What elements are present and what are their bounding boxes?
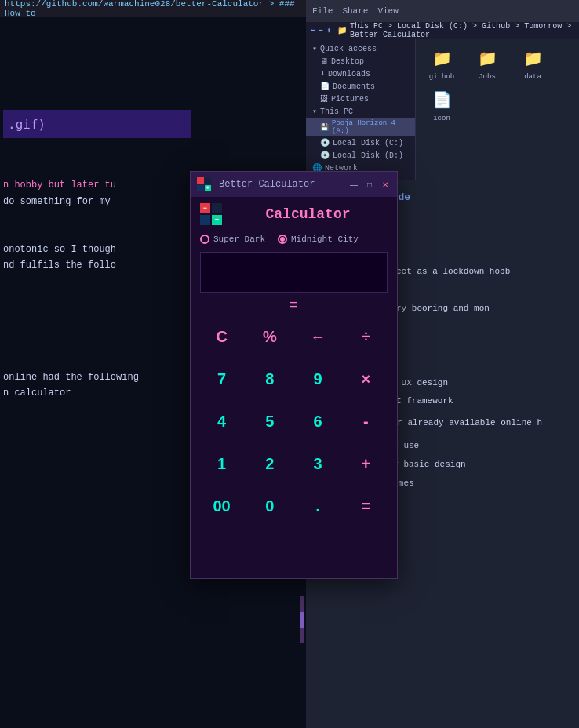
file-explorer: File Share View ⬅➡⬆ 📁 This PC > Local Di… bbox=[306, 0, 579, 180]
key-percent[interactable]: % bbox=[248, 318, 291, 355]
key-equals[interactable]: = bbox=[344, 487, 388, 525]
fe-address-bar: ⬅➡⬆ 📁 This PC > Local Disk (C:) > Github… bbox=[306, 22, 579, 39]
key-4[interactable]: 4 bbox=[200, 402, 243, 440]
key-add[interactable]: + bbox=[344, 445, 388, 482]
theme-selector: Super Dark Midnight City bbox=[191, 231, 397, 247]
logo-minus: − bbox=[200, 203, 210, 213]
fe-menu-file[interactable]: File bbox=[312, 6, 333, 16]
calculator-header: − + Calculator bbox=[191, 197, 397, 231]
fe-file-label: icon bbox=[433, 115, 450, 122]
key-1[interactable]: 1 bbox=[200, 445, 243, 482]
url-text: https://github.com/warmachine028/better-… bbox=[5, 0, 301, 18]
key-6[interactable]: 6 bbox=[297, 402, 340, 440]
minimize-button[interactable]: — bbox=[348, 179, 359, 190]
scroll-thumb bbox=[300, 612, 304, 628]
fe-sidebar-pictures[interactable]: 🖼Pictures bbox=[306, 93, 415, 105]
fe-folder-icon: 📁 bbox=[429, 46, 454, 71]
app-title: Calculator bbox=[228, 206, 388, 222]
radio-midnight-city[interactable] bbox=[278, 235, 287, 244]
equals-separator: = bbox=[191, 297, 397, 313]
fe-file-doc-icon: 📄 bbox=[429, 87, 454, 112]
key-3[interactable]: 3 bbox=[297, 445, 340, 482]
calculator-window: − + Better Calculator — □ ✕ − + Calculat… bbox=[190, 171, 398, 579]
logo-plus: + bbox=[212, 215, 222, 225]
key-8[interactable]: 8 bbox=[248, 360, 291, 398]
calculator-display bbox=[200, 252, 388, 293]
fe-sidebar-local-d[interactable]: 💿Local Disk (D:) bbox=[306, 149, 415, 162]
close-button[interactable]: ✕ bbox=[380, 179, 391, 190]
fe-folder-icon: 📁 bbox=[520, 46, 545, 71]
calculator-buttons: C % ← ÷ 7 8 9 × 4 5 6 - 1 2 3 + 00 0 . = bbox=[191, 315, 397, 528]
fe-path: This PC > Local Disk (C:) > Github > Tom… bbox=[350, 22, 574, 39]
maximize-button[interactable]: □ bbox=[364, 179, 375, 190]
theme-midnight-city-label: Midnight City bbox=[291, 235, 359, 244]
key-9[interactable]: 9 bbox=[297, 360, 340, 398]
fe-main-area: 📁 github 📁 Jobs 📁 data 📄 icon bbox=[416, 39, 579, 180]
window-title: Better Calculator bbox=[219, 179, 344, 190]
fe-file-data[interactable]: 📁 data bbox=[513, 46, 552, 81]
equals-sign: = bbox=[290, 297, 298, 313]
key-backspace[interactable]: ← bbox=[297, 318, 340, 355]
fe-menu-share[interactable]: Share bbox=[342, 6, 368, 16]
fe-content: ▾Quick access 🖥Desktop ⬇Downloads 📄Docum… bbox=[306, 39, 579, 180]
fe-sidebar: ▾Quick access 🖥Desktop ⬇Downloads 📄Docum… bbox=[306, 39, 416, 180]
calculator-app-icon: − + bbox=[197, 177, 211, 191]
theme-midnight-city[interactable]: Midnight City bbox=[278, 235, 359, 244]
key-0[interactable]: 0 bbox=[248, 487, 291, 525]
url-bar: https://github.com/warmachine028/better-… bbox=[0, 0, 306, 17]
fe-sidebar-downloads[interactable]: ⬇Downloads bbox=[306, 67, 415, 80]
key-double-zero[interactable]: 00 bbox=[200, 487, 243, 525]
key-5[interactable]: 5 bbox=[248, 402, 291, 440]
key-2[interactable]: 2 bbox=[248, 445, 291, 482]
window-controls: — □ ✕ bbox=[348, 179, 391, 190]
key-multiply[interactable]: × bbox=[344, 360, 388, 398]
key-subtract[interactable]: - bbox=[344, 402, 388, 440]
fe-sidebar-this-pc[interactable]: ▾This PC bbox=[306, 105, 415, 118]
fe-file-github[interactable]: 📁 github bbox=[422, 46, 461, 81]
fe-folder-icon: 📁 bbox=[475, 46, 500, 71]
calculator-logo: − + bbox=[200, 203, 222, 225]
radio-super-dark[interactable] bbox=[200, 235, 209, 244]
key-divide[interactable]: ÷ bbox=[344, 318, 388, 355]
key-decimal[interactable]: . bbox=[297, 487, 340, 525]
key-7[interactable]: 7 bbox=[200, 360, 243, 398]
key-clear[interactable]: C bbox=[200, 318, 243, 355]
theme-super-dark-label: Super Dark bbox=[213, 235, 265, 244]
fe-sidebar-pooja[interactable]: 💾Pooja Horizon 4 (A:) bbox=[306, 118, 415, 136]
fe-sidebar-documents[interactable]: 📄Documents bbox=[306, 80, 415, 93]
logo-bl bbox=[200, 215, 210, 225]
fe-sidebar-quick-access[interactable]: ▾Quick access bbox=[306, 42, 415, 55]
calculator-titlebar: − + Better Calculator — □ ✕ bbox=[191, 172, 397, 197]
theme-super-dark[interactable]: Super Dark bbox=[200, 235, 265, 244]
fe-file-icon-item[interactable]: 📄 icon bbox=[422, 87, 461, 122]
fe-sidebar-local-c[interactable]: 💿Local Disk (C:) bbox=[306, 136, 415, 149]
logo-tr bbox=[212, 203, 222, 213]
fe-file-label: github bbox=[429, 73, 454, 81]
fe-file-jobs[interactable]: 📁 Jobs bbox=[468, 46, 507, 81]
fe-menu-view[interactable]: View bbox=[377, 6, 398, 16]
code-highlight: .gif) bbox=[3, 110, 191, 138]
fe-toolbar: File Share View bbox=[306, 0, 579, 22]
fe-file-label: Jobs bbox=[479, 73, 496, 81]
fe-sidebar-desktop[interactable]: 🖥Desktop bbox=[306, 55, 415, 67]
highlight-code: .gif) bbox=[8, 117, 46, 132]
fe-file-label: data bbox=[524, 73, 541, 81]
scroll-indicator[interactable] bbox=[300, 596, 304, 643]
